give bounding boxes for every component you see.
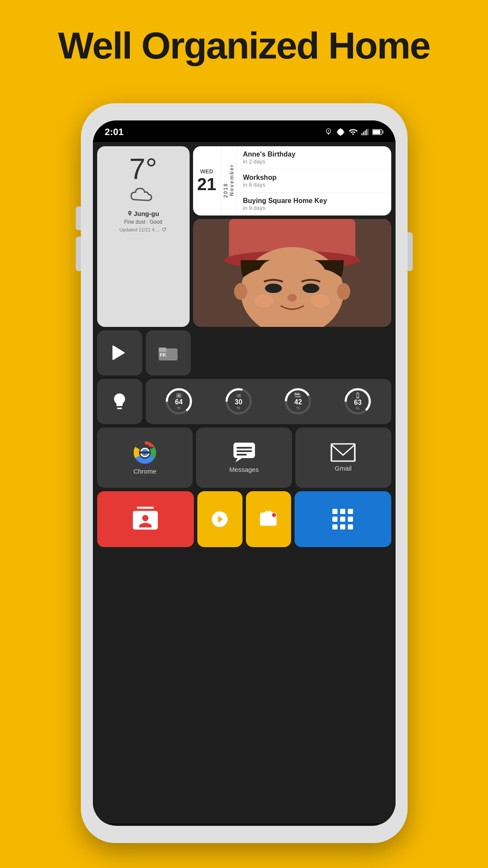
battery-small-icon	[355, 392, 360, 399]
page-title: Well Organized Home	[0, 24, 488, 68]
screen-content: 7° Jung-gu	[93, 142, 396, 823]
photo-widget[interactable]	[193, 219, 391, 327]
bottom-row	[97, 491, 391, 547]
weather-location: Jung-gu	[134, 210, 159, 217]
svg-rect-37	[236, 447, 252, 449]
storage-icon	[295, 393, 301, 399]
svg-point-13	[302, 283, 319, 293]
app-row-1: FK	[97, 330, 391, 376]
circle-battery[interactable]: 63 %	[342, 386, 373, 417]
svg-point-43	[272, 513, 276, 517]
calendar-event-2[interactable]: Buying Square Home Key in 9 days	[237, 193, 391, 215]
messages-tile[interactable]: Messages	[196, 428, 292, 488]
battery-icon	[372, 128, 384, 136]
calendar-day: 21	[197, 175, 217, 194]
circle-cpu[interactable]: 64 %	[163, 386, 194, 417]
child-photo	[193, 219, 391, 327]
svg-rect-3	[365, 130, 365, 135]
gmail-tile[interactable]: Gmail	[295, 428, 391, 488]
alarm-icon	[324, 128, 333, 136]
app-row-2: 64 %	[97, 379, 391, 424]
gmail-label: Gmail	[335, 465, 352, 472]
top-widgets-row: 7° Jung-gu	[97, 146, 391, 327]
messages-icon	[233, 442, 256, 463]
calendar-dow: WED	[200, 168, 213, 175]
svg-rect-38	[236, 450, 252, 452]
svg-rect-7	[373, 130, 380, 134]
play-video-tile[interactable]	[197, 491, 242, 547]
lightbulb-icon	[110, 392, 129, 411]
event-title: Anne's Birthday	[243, 151, 385, 158]
cpu-icon	[175, 393, 182, 399]
page-background: Well Organized Home 2:01	[0, 0, 488, 868]
signal-icon	[361, 128, 369, 136]
svg-point-18	[337, 283, 350, 300]
svg-text:FK: FK	[160, 352, 166, 357]
chrome-label: Chrome	[133, 468, 156, 475]
lightbulb-tile[interactable]	[97, 379, 142, 424]
calendar-event-1[interactable]: Workshop in 8 days	[237, 169, 391, 193]
apps-grid-tile[interactable]	[295, 491, 391, 547]
camera-tile[interactable]	[246, 491, 291, 547]
grid-icon	[332, 509, 353, 529]
weather-updated: Updated 11/21 4:...	[120, 227, 160, 232]
weather-temp: 7°	[129, 154, 157, 183]
camera-icon	[258, 509, 278, 529]
weather-dust: Fine dust : Good	[124, 219, 163, 225]
phone-screen: 2:01	[93, 120, 396, 826]
list-icon	[235, 393, 242, 399]
svg-rect-8	[382, 131, 384, 134]
event-when: in 8 days	[243, 182, 385, 188]
calendar-date-col: WED 21	[193, 146, 221, 215]
calendar-events: Anne's Birthday in 2 days Workshop in 8 …	[237, 146, 391, 215]
svg-point-14	[287, 294, 297, 301]
file-manager-tile[interactable]: FK	[146, 330, 191, 376]
svg-point-16	[311, 294, 330, 308]
event-title: Workshop	[243, 174, 385, 182]
svg-rect-1	[361, 133, 362, 135]
calendar-year-month: 2018 November	[223, 164, 235, 198]
messages-label: Messages	[229, 466, 258, 473]
svg-point-17	[234, 283, 247, 300]
contacts-icon	[133, 507, 158, 532]
svg-rect-39	[236, 454, 247, 456]
event-when: in 9 days	[243, 205, 385, 211]
chrome-tile[interactable]: Chrome	[97, 428, 193, 488]
svg-point-15	[255, 294, 273, 308]
svg-marker-36	[235, 458, 242, 462]
circles-container: 64 %	[146, 379, 391, 424]
status-time: 2:01	[105, 126, 124, 138]
weather-cloud-icon	[128, 185, 158, 206]
refresh-icon[interactable]	[161, 227, 167, 232]
svg-rect-5	[368, 129, 368, 135]
status-bar: 2:01	[93, 120, 396, 142]
svg-rect-2	[363, 132, 364, 135]
weather-widget[interactable]: 7° Jung-gu	[97, 146, 190, 327]
large-app-row: Chrome	[97, 428, 391, 488]
circle-memory[interactable]: 30 %	[223, 386, 254, 417]
contacts-tile[interactable]	[97, 491, 194, 547]
event-when: in 2 days	[243, 158, 385, 165]
gps-icon	[336, 128, 345, 136]
location-pin-icon	[127, 211, 132, 217]
circle-storage[interactable]: 42 %	[282, 386, 313, 417]
svg-rect-20	[159, 348, 166, 352]
play-store-icon	[110, 343, 129, 362]
phone-shell: 2:01	[81, 103, 408, 843]
wifi-icon	[348, 128, 358, 136]
phone-wrapper: 2:01	[81, 103, 408, 843]
chrome-icon	[132, 440, 157, 465]
svg-point-12	[265, 283, 282, 293]
gmail-icon	[331, 443, 356, 462]
event-title: Buying Square Home Key	[243, 197, 385, 205]
calendar-year-col: 2018 November	[221, 146, 237, 215]
calendar-event-0[interactable]: Anne's Birthday in 2 days	[237, 146, 391, 169]
play-video-icon	[210, 510, 229, 529]
play-store-tile[interactable]	[97, 330, 142, 376]
right-col: WED 21 2018 November	[193, 146, 391, 327]
svg-rect-34	[139, 452, 150, 454]
calendar-widget[interactable]: WED 21 2018 November	[193, 146, 391, 215]
file-manager-icon: FK	[159, 345, 178, 360]
svg-point-0	[328, 130, 329, 132]
svg-rect-4	[366, 129, 367, 135]
